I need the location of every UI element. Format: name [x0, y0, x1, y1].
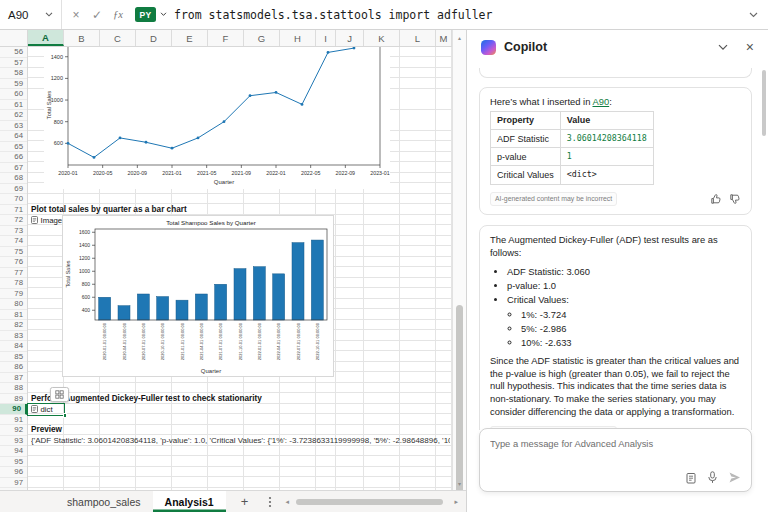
message-input[interactable]: [480, 429, 751, 458]
row-header-62[interactable]: 62: [0, 110, 27, 121]
cells-area[interactable]: 6008001000120014002020-012020-052020-092…: [28, 47, 452, 490]
thumbs-up-icon[interactable]: [710, 193, 722, 205]
scroll-right-icon[interactable]: ▸: [454, 498, 458, 506]
column-header-B[interactable]: B: [64, 30, 100, 46]
column-header-H[interactable]: H: [280, 30, 316, 46]
name-box[interactable]: A90: [0, 0, 62, 29]
row-header-88[interactable]: 88: [0, 383, 27, 394]
select-all-corner[interactable]: [0, 30, 28, 46]
column-header-I[interactable]: I: [316, 30, 336, 46]
row-header-96[interactable]: 96: [0, 467, 27, 478]
row-header-83[interactable]: 83: [0, 331, 27, 342]
row-header-86[interactable]: 86: [0, 362, 27, 373]
cell-A71[interactable]: Plot total sales by quarter as a bar cha…: [31, 205, 450, 216]
row-header-85[interactable]: 85: [0, 352, 27, 363]
add-sheet-button[interactable]: +: [236, 494, 254, 509]
row-header-72[interactable]: 72: [0, 215, 27, 226]
column-header-A[interactable]: A: [28, 30, 64, 46]
insert-function-icon[interactable]: ƒx: [109, 6, 127, 24]
row-header-65[interactable]: 65: [0, 142, 27, 153]
row-header-87[interactable]: 87: [0, 373, 27, 384]
column-header-J[interactable]: J: [336, 30, 364, 46]
column-header-F[interactable]: F: [208, 30, 244, 46]
row-header-75[interactable]: 75: [0, 247, 27, 258]
row-header-68[interactable]: 68: [0, 173, 27, 184]
row-header-56[interactable]: 56: [0, 47, 27, 58]
row-header-89[interactable]: 89: [0, 394, 27, 405]
row-header-60[interactable]: 60: [0, 89, 27, 100]
row-header-71[interactable]: 71: [0, 205, 27, 216]
line-chart[interactable]: 6008001000120014002020-012020-052020-092…: [44, 47, 390, 189]
row-header-57[interactable]: 57: [0, 58, 27, 69]
row-header-97[interactable]: 97: [0, 478, 27, 489]
horizontal-scroll-track[interactable]: [292, 498, 451, 506]
cell-link-a90[interactable]: A90: [592, 96, 609, 107]
scroll-up-icon[interactable]: ▴: [453, 31, 466, 43]
row-header-81[interactable]: 81: [0, 310, 27, 321]
cell-A92[interactable]: Preview: [31, 425, 450, 436]
mic-icon[interactable]: [707, 471, 718, 484]
row-header-58[interactable]: 58: [0, 68, 27, 79]
confirm-icon[interactable]: ✓: [88, 6, 106, 24]
row-header-84[interactable]: 84: [0, 341, 27, 352]
row-header-74[interactable]: 74: [0, 236, 27, 247]
expand-formula-bar-icon[interactable]: [749, 12, 758, 18]
scroll-down-icon[interactable]: ▾: [453, 477, 466, 489]
column-header-M[interactable]: M: [436, 30, 452, 46]
copilot-messages[interactable]: Here’s what I inserted in A90: PropertyV…: [479, 68, 752, 430]
row-header-73[interactable]: 73: [0, 226, 27, 237]
row-header-91[interactable]: 91: [0, 415, 27, 426]
thumbs-down-icon[interactable]: [729, 193, 741, 205]
copilot-collapse-chevron-icon[interactable]: [718, 44, 728, 51]
vertical-scrollbar[interactable]: ▴ ▾: [452, 30, 466, 490]
python-chevron-down-icon[interactable]: [160, 12, 167, 17]
cell-A72[interactable]: Image: [31, 215, 62, 226]
horizontal-scroll-thumb[interactable]: [296, 499, 443, 505]
row-header-59[interactable]: 59: [0, 79, 27, 90]
row-header-70[interactable]: 70: [0, 194, 27, 205]
row-header-82[interactable]: 82: [0, 320, 27, 331]
row-header-76[interactable]: 76: [0, 257, 27, 268]
python-badge[interactable]: PY: [135, 7, 156, 22]
scroll-left-icon[interactable]: ◂: [286, 498, 290, 506]
fill-handle[interactable]: [63, 413, 68, 418]
column-header-K[interactable]: K: [364, 30, 400, 46]
cell-A93[interactable]: {'ADF Statistic': 3.06014208364118, 'p-v…: [31, 436, 450, 447]
row-header-95[interactable]: 95: [0, 457, 27, 468]
row-header-66[interactable]: 66: [0, 152, 27, 163]
vertical-scroll-thumb[interactable]: [456, 305, 463, 503]
cell-A89[interactable]: Perform Augmented Dickey-Fuller test to …: [31, 394, 450, 405]
horizontal-scrollbar[interactable]: ◂ ▸: [286, 498, 466, 506]
sheet-tab-shampoo_sales[interactable]: shampoo_sales: [55, 491, 153, 512]
grid[interactable]: 5657585960616263646566676869707172737475…: [0, 47, 452, 490]
row-header-93[interactable]: 93: [0, 436, 27, 447]
send-icon[interactable]: [728, 471, 741, 484]
card-view-button[interactable]: [50, 387, 69, 402]
sheet-options-icon[interactable]: [268, 496, 272, 508]
row-header-94[interactable]: 94: [0, 446, 27, 457]
row-header-64[interactable]: 64: [0, 131, 27, 142]
row-header-63[interactable]: 63: [0, 121, 27, 132]
row-header-67[interactable]: 67: [0, 163, 27, 174]
row-header-92[interactable]: 92: [0, 425, 27, 436]
sheet-tab-Analysis1[interactable]: Analysis1: [153, 491, 226, 512]
row-header-61[interactable]: 61: [0, 100, 27, 111]
row-header-69[interactable]: 69: [0, 184, 27, 195]
copilot-scrollbar[interactable]: [762, 70, 766, 136]
column-header-C[interactable]: C: [100, 30, 136, 46]
column-header-E[interactable]: E: [172, 30, 208, 46]
row-header-80[interactable]: 80: [0, 299, 27, 310]
row-header-77[interactable]: 77: [0, 268, 27, 279]
copilot-close-icon[interactable]: ×: [746, 39, 754, 55]
bar-chart-image[interactable]: Total Shampoo Sales by Quarter4006008001…: [62, 215, 334, 377]
column-header-D[interactable]: D: [136, 30, 172, 46]
row-header-78[interactable]: 78: [0, 278, 27, 289]
column-header-L[interactable]: L: [400, 30, 436, 46]
name-box-chevron-down-icon[interactable]: [45, 12, 53, 17]
column-header-G[interactable]: G: [244, 30, 280, 46]
row-header-79[interactable]: 79: [0, 289, 27, 300]
row-header-90[interactable]: 90: [0, 404, 27, 415]
cancel-icon[interactable]: ×: [67, 6, 85, 24]
formula-input[interactable]: from statsmodels.tsa.stattools import ad…: [174, 8, 749, 22]
message-input-box[interactable]: [479, 428, 752, 492]
